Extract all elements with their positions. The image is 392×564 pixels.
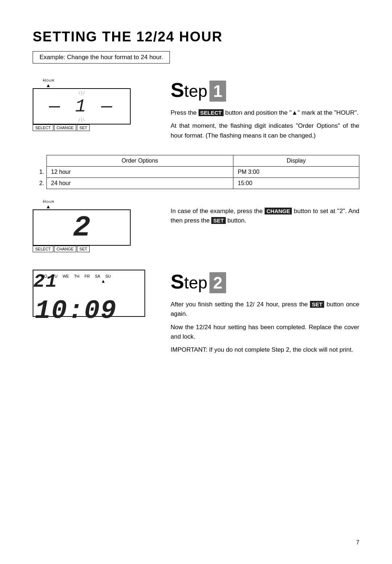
clock3-day-arrow: ▲ (101, 278, 106, 284)
select-highlight: SELECT (199, 109, 224, 116)
step1-bottom-section: HOUR ▲ 2 SELECT CHANGE SET In case of th… (33, 199, 359, 259)
set-highlight: SET (211, 217, 225, 224)
table-row2-display: 15:00 (233, 178, 359, 189)
step1-tep: tep (184, 81, 207, 101)
select-button2-label: SELECT (33, 246, 53, 252)
table-row1-num: 1. (33, 167, 46, 178)
clock1-label: HOUR (43, 78, 156, 82)
clock1-box: \ | / — 1 — / | \ (33, 88, 131, 124)
step2-s: S (171, 270, 184, 293)
clock2-buttons: SELECT CHANGE SET (33, 246, 131, 252)
step1-text2: In case of the example, press the CHANGE… (171, 207, 359, 226)
clock2-label: HOUR (43, 199, 156, 204)
step1-right-col: Step 1 Press the SELECT button and posit… (171, 78, 359, 144)
step1-heading: Step 1 (171, 78, 359, 102)
change-button2-label: CHANGE (54, 246, 76, 252)
step1-text2-col: In case of the example, press the CHANGE… (171, 199, 359, 259)
clock1-buttons: SELECT CHANGE SET (33, 124, 131, 131)
step1-text1: Press the SELECT button and position the… (171, 108, 359, 140)
table-header-display: Display (233, 155, 359, 167)
table-row: 2. 24 hour 15:00 (33, 178, 359, 189)
table-row1-option: 12 hour (46, 167, 233, 178)
clock3-days: MO TU WE TH FR SA SU (41, 274, 111, 278)
step2-text1: After you finish setting the 12/ 24 hour… (171, 300, 359, 355)
step2-section: MO TU WE TH FR SA SU ▲ 21 10:09 Step 2 (33, 270, 359, 359)
set-button-label: SET (77, 124, 90, 131)
step1-clock2-col: HOUR ▲ 2 SELECT CHANGE SET (33, 199, 156, 259)
set-highlight2: SET (310, 301, 324, 308)
day-th: TH (74, 274, 79, 278)
clock1-arrow: ▲ (46, 83, 156, 88)
day-we: WE (62, 274, 69, 278)
step2-clock-col: MO TU WE TH FR SA SU ▲ 21 10:09 (33, 270, 156, 359)
options-table: Order Options Display 1. 12 hour PM 3:00… (33, 155, 359, 189)
day-su: SU (105, 274, 111, 278)
step1-s: S (171, 78, 184, 102)
table-empty-cell (33, 155, 46, 167)
table-row2-option: 24 hour (46, 178, 233, 189)
change-button-label: CHANGE (54, 124, 76, 131)
table-header-options: Order Options (46, 155, 233, 167)
day-tu: TU (52, 274, 58, 278)
example-box: Example: Change the hour format to 24 ho… (33, 51, 170, 64)
change-highlight: CHANGE (265, 208, 292, 214)
step2-heading: Step 2 (171, 270, 359, 293)
step1-clock1-col: HOUR ▲ \ | / — 1 — / | \ SELECT CHANGE S… (33, 78, 156, 144)
clock1-container: HOUR ▲ \ | / — 1 — / | \ SELECT CHANGE S… (33, 78, 156, 131)
page-title: SETTING THE 12/24 HOUR (33, 29, 359, 45)
day-fr: FR (85, 274, 90, 278)
table-row1-display: PM 3:00 (233, 167, 359, 178)
step1-number: 1 (209, 81, 226, 102)
step2-tep: tep (184, 273, 207, 293)
table-row: 1. 12 hour PM 3:00 (33, 167, 359, 178)
day-mo: MO (41, 274, 47, 278)
set-button2-label: SET (77, 246, 90, 252)
table-row2-num: 2. (33, 178, 46, 189)
step1-top-section: HOUR ▲ \ | / — 1 — / | \ SELECT CHANGE S… (33, 78, 359, 144)
clock3-box: MO TU WE TH FR SA SU ▲ 21 10:09 (33, 270, 145, 317)
step2-number: 2 (209, 272, 226, 293)
select-button-label: SELECT (33, 124, 53, 131)
clock2-display: 2 (73, 211, 90, 244)
clock2-arrow: ▲ (46, 204, 156, 209)
day-sa: SA (95, 274, 100, 278)
clock2-box: 2 (33, 209, 131, 246)
clock1-display: \ | / — 1 — / | \ (49, 90, 114, 122)
page-number: 7 (356, 539, 359, 546)
page: SETTING THE 12/24 HOUR Example: Change t… (0, 0, 392, 564)
step2-right-col: Step 2 After you finish setting the 12/ … (171, 270, 359, 359)
clock2-container: HOUR ▲ 2 SELECT CHANGE SET (33, 199, 156, 252)
